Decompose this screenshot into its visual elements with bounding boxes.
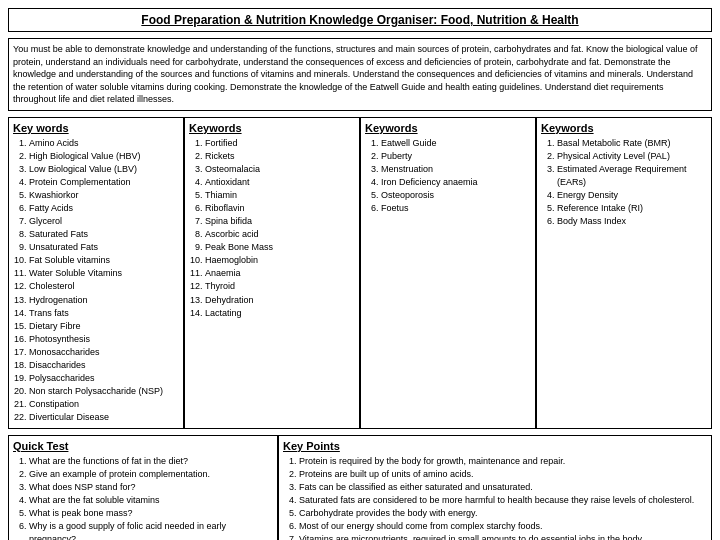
- quick-test-heading: Quick Test: [13, 440, 273, 452]
- list-item: Spina bifida: [205, 215, 355, 228]
- keywords2-heading: Keywords: [189, 122, 355, 134]
- quick-test-section: Quick Test What are the functions of fat…: [8, 435, 278, 540]
- list-item: What are the fat soluble vitamins: [29, 494, 273, 507]
- list-item: Thyroid: [205, 280, 355, 293]
- list-item: Rickets: [205, 150, 355, 163]
- intro-section: You must be able to demonstrate knowledg…: [8, 38, 712, 111]
- list-item: Thiamin: [205, 189, 355, 202]
- list-item: Low Biological Value (LBV): [29, 163, 179, 176]
- list-item: Disaccharides: [29, 359, 179, 372]
- list-item: Puberty: [381, 150, 531, 163]
- list-item: Give an example of protein complementati…: [29, 468, 273, 481]
- list-item: Hydrogenation: [29, 294, 179, 307]
- list-item: Fat Soluble vitamins: [29, 254, 179, 267]
- list-item: Proteins are built up of units of amino …: [299, 468, 707, 481]
- list-item: Riboflavin: [205, 202, 355, 215]
- list-item: Photosynthesis: [29, 333, 179, 346]
- list-item: Constipation: [29, 398, 179, 411]
- key-points-heading: Key Points: [283, 440, 707, 452]
- list-item: Fats can be classified as either saturat…: [299, 481, 707, 494]
- list-item: What are the functions of fat in the die…: [29, 455, 273, 468]
- quick-test-list: What are the functions of fat in the die…: [13, 455, 273, 540]
- list-item: Anaemia: [205, 267, 355, 280]
- keywords2-list: FortifiedRicketsOsteomalaciaAntioxidantT…: [189, 137, 355, 320]
- list-item: Dehydration: [205, 294, 355, 307]
- list-item: Water Soluble Vitamins: [29, 267, 179, 280]
- list-item: Antioxidant: [205, 176, 355, 189]
- list-item: Lactating: [205, 307, 355, 320]
- list-item: Cholesterol: [29, 280, 179, 293]
- list-item: High Biological Value (HBV): [29, 150, 179, 163]
- list-item: What does NSP stand for?: [29, 481, 273, 494]
- list-item: Unsaturated Fats: [29, 241, 179, 254]
- list-item: Saturated fats are considered to be more…: [299, 494, 707, 507]
- list-item: Foetus: [381, 202, 531, 215]
- list-item: Polysaccharides: [29, 372, 179, 385]
- list-item: Iron Deficiency anaemia: [381, 176, 531, 189]
- list-item: Diverticular Disease: [29, 411, 179, 424]
- list-item: Carbohydrate provides the body with ener…: [299, 507, 707, 520]
- list-item: Reference Intake (RI): [557, 202, 707, 215]
- list-item: Physical Activity Level (PAL): [557, 150, 707, 163]
- list-item: Ascorbic acid: [205, 228, 355, 241]
- list-item: Amino Acids: [29, 137, 179, 150]
- list-item: Glycerol: [29, 215, 179, 228]
- list-item: Monosaccharides: [29, 346, 179, 359]
- list-item: Dietary Fibre: [29, 320, 179, 333]
- list-item: Non starch Polysaccharide (NSP): [29, 385, 179, 398]
- list-item: Protein Complementation: [29, 176, 179, 189]
- keywords4-heading: Keywords: [541, 122, 707, 134]
- list-item: Saturated Fats: [29, 228, 179, 241]
- list-item: Peak Bone Mass: [205, 241, 355, 254]
- list-item: Trans fats: [29, 307, 179, 320]
- list-item: Kwashiorkor: [29, 189, 179, 202]
- list-item: Fortified: [205, 137, 355, 150]
- list-item: Fatty Acids: [29, 202, 179, 215]
- list-item: Protein is required by the body for grow…: [299, 455, 707, 468]
- keywords-col-4: Keywords Basal Metabolic Rate (BMR)Physi…: [536, 117, 712, 429]
- keywords4-list: Basal Metabolic Rate (BMR)Physical Activ…: [541, 137, 707, 228]
- keywords3-heading: Keywords: [365, 122, 531, 134]
- key-points-section: Key Points Protein is required by the bo…: [278, 435, 712, 540]
- keywords1-list: Amino AcidsHigh Biological Value (HBV)Lo…: [13, 137, 179, 424]
- list-item: Eatwell Guide: [381, 137, 531, 150]
- list-item: Menstruation: [381, 163, 531, 176]
- keywords-col-1: Key words Amino AcidsHigh Biological Val…: [8, 117, 184, 429]
- list-item: What is peak bone mass?: [29, 507, 273, 520]
- keywords3-list: Eatwell GuidePubertyMenstruationIron Def…: [365, 137, 531, 215]
- list-item: Osteomalacia: [205, 163, 355, 176]
- list-item: Why is a good supply of folic acid neede…: [29, 520, 273, 540]
- list-item: Haemoglobin: [205, 254, 355, 267]
- key-points-list: Protein is required by the body for grow…: [283, 455, 707, 540]
- list-item: Vitamins are micronutrients, required in…: [299, 533, 707, 540]
- list-item: Basal Metabolic Rate (BMR): [557, 137, 707, 150]
- keywords-col-3: Keywords Eatwell GuidePubertyMenstruatio…: [360, 117, 536, 429]
- keywords1-heading: Key words: [13, 122, 179, 134]
- list-item: Body Mass Index: [557, 215, 707, 228]
- keywords-col-2: Keywords FortifiedRicketsOsteomalaciaAnt…: [184, 117, 360, 429]
- list-item: Energy Density: [557, 189, 707, 202]
- list-item: Estimated Average Requirement (EARs): [557, 163, 707, 189]
- main-title: Food Preparation & Nutrition Knowledge O…: [8, 8, 712, 32]
- list-item: Osteoporosis: [381, 189, 531, 202]
- list-item: Most of our energy should come from comp…: [299, 520, 707, 533]
